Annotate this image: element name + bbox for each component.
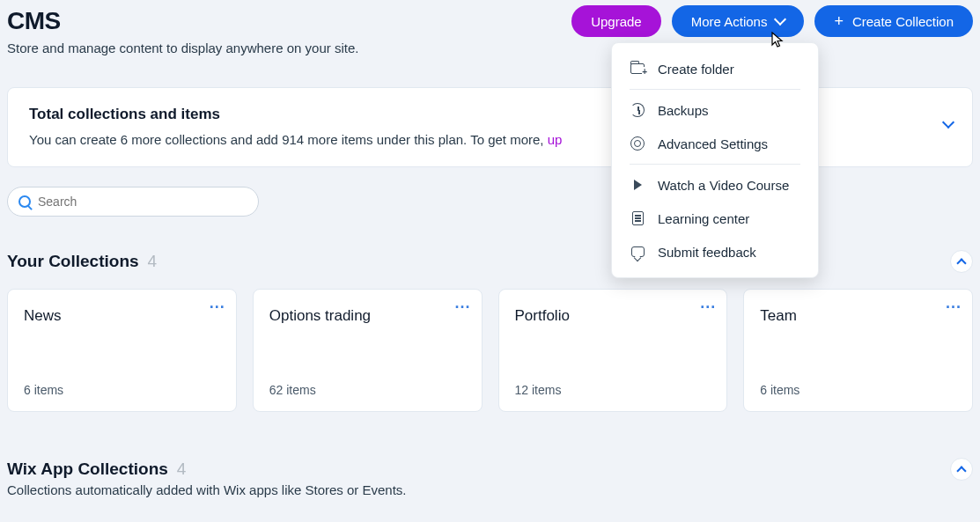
page-subtitle: Store and manage content to display anyw… <box>7 40 358 55</box>
create-collection-button[interactable]: + Create Collection <box>814 5 973 37</box>
collection-card[interactable]: ··· Team 6 items <box>743 289 973 412</box>
page-header: CMS Store and manage content to display … <box>0 0 980 55</box>
card-menu-button[interactable]: ··· <box>210 298 225 317</box>
dropdown-label: Backups <box>658 103 709 118</box>
your-collections-title: Your Collections <box>7 252 139 271</box>
your-collections-count: 4 <box>148 252 158 271</box>
your-collections-header: Your Collections 4 <box>7 252 973 271</box>
collection-card[interactable]: ··· Options trading 62 items <box>253 289 483 412</box>
upgrade-link[interactable]: up <box>548 132 563 147</box>
plus-icon: + <box>834 12 844 31</box>
card-title: Portfolio <box>515 307 711 325</box>
dropdown-video-course[interactable]: Watch a Video Course <box>612 168 818 202</box>
search-bar-container <box>7 187 973 217</box>
dropdown-submit-feedback[interactable]: Submit feedback <box>612 235 818 268</box>
dropdown-label: Watch a Video Course <box>658 178 789 193</box>
upgrade-button[interactable]: Upgrade <box>571 5 661 37</box>
more-actions-label: More Actions <box>691 14 768 29</box>
dropdown-backups[interactable]: Backups <box>612 93 818 127</box>
collection-card[interactable]: ··· Portfolio 12 items <box>498 289 728 412</box>
gear-icon <box>630 136 645 151</box>
search-bar[interactable] <box>7 187 259 217</box>
more-actions-dropdown: Create folder Backups Advanced Settings … <box>611 42 819 278</box>
create-collection-label: Create Collection <box>852 14 954 29</box>
dropdown-advanced-settings[interactable]: Advanced Settings <box>612 127 818 160</box>
card-items-count: 62 items <box>269 383 316 397</box>
dropdown-label: Advanced Settings <box>658 136 768 151</box>
card-menu-button[interactable]: ··· <box>946 298 962 317</box>
dropdown-label: Submit feedback <box>658 245 756 260</box>
dropdown-create-folder[interactable]: Create folder <box>612 52 818 85</box>
search-input[interactable] <box>38 195 247 209</box>
chevron-down-icon <box>774 13 786 26</box>
search-icon <box>18 195 31 208</box>
document-icon <box>630 210 645 226</box>
upgrade-label: Upgrade <box>591 14 642 29</box>
chat-icon <box>630 244 645 260</box>
plan-info-card[interactable]: Total collections and items You can crea… <box>7 87 973 167</box>
dropdown-divider <box>630 164 800 165</box>
card-items-count: 6 items <box>760 383 799 397</box>
chevron-up-icon <box>956 466 966 475</box>
collapse-button[interactable] <box>950 458 973 481</box>
wix-app-title: Wix App Collections <box>7 460 168 479</box>
dropdown-label: Learning center <box>658 211 749 226</box>
dropdown-label: Create folder <box>658 62 734 77</box>
page-title: CMS <box>7 7 358 35</box>
collections-grid: ··· News 6 items ··· Options trading 62 … <box>7 289 973 412</box>
card-title: News <box>24 307 220 325</box>
dropdown-learning-center[interactable]: Learning center <box>612 202 818 235</box>
card-menu-button[interactable]: ··· <box>454 298 470 317</box>
folder-plus-icon <box>630 61 645 77</box>
card-title: Options trading <box>269 307 466 325</box>
dropdown-divider <box>630 89 800 90</box>
more-actions-button[interactable]: More Actions <box>672 5 805 37</box>
title-block: CMS Store and manage content to display … <box>7 0 358 55</box>
header-actions: Upgrade More Actions + Create Collection <box>571 0 973 37</box>
card-title: Team <box>760 307 956 325</box>
play-icon <box>630 177 645 193</box>
history-icon <box>630 102 645 118</box>
card-menu-button[interactable]: ··· <box>700 298 716 317</box>
wix-app-subtitle: Collections automatically added with Wix… <box>7 482 973 497</box>
collapse-button[interactable] <box>950 250 973 273</box>
collection-card[interactable]: ··· News 6 items <box>7 289 237 412</box>
card-items-count: 6 items <box>24 383 63 397</box>
chevron-up-icon <box>956 258 966 268</box>
card-items-count: 12 items <box>515 383 562 397</box>
wix-app-count: 4 <box>177 460 187 479</box>
wix-app-collections-header: Wix App Collections 4 <box>7 460 973 479</box>
